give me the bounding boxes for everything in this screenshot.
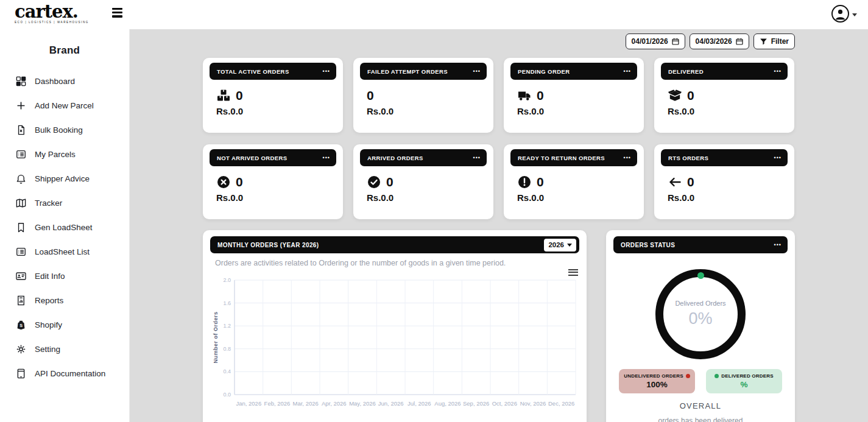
card-menu-icon[interactable]: ••• xyxy=(473,69,481,74)
sidebar-item-shopify[interactable]: SShopify xyxy=(0,312,129,337)
stat-card-header: TOTAL ACTIVE ORDERS••• xyxy=(210,63,336,80)
list-icon xyxy=(15,246,27,258)
green-dot-icon xyxy=(715,374,719,378)
stat-card-header: ARRIVED ORDERS••• xyxy=(360,149,487,166)
stat-card-header: RTS ORDERS••• xyxy=(661,149,788,166)
book-icon xyxy=(15,368,27,379)
sidebar-item-setting[interactable]: Setting xyxy=(0,337,129,361)
card-menu-icon[interactable]: ••• xyxy=(323,69,330,74)
date-to-input[interactable]: 04/03/2026 xyxy=(690,33,749,49)
calendar-icon xyxy=(672,38,679,45)
brand-title: Brand xyxy=(0,44,129,57)
sidebar-item-api-documentation[interactable]: API Documentation xyxy=(0,361,129,385)
year-select[interactable]: 2026 xyxy=(544,239,576,251)
user-menu[interactable] xyxy=(831,5,857,23)
main-content: 04/01/2026 04/03/2026 Filter TOTAL ACTIV… xyxy=(130,29,868,422)
stat-card-title: DELIVERED xyxy=(668,68,704,75)
cartex-logo[interactable]: cartex. ECO | LOGISTICS | WAREHOUSING xyxy=(15,2,89,24)
check-circle-icon xyxy=(367,175,381,189)
sidebar-item-label: Dashboard xyxy=(35,77,75,86)
undelivered-badge-value: 100% xyxy=(646,380,668,389)
sidebar-item-label: Edit Info xyxy=(35,272,65,281)
stat-amount-value: Rs.0.0 xyxy=(517,106,644,116)
svg-text:Apr, 2026: Apr, 2026 xyxy=(322,400,347,407)
sidebar-item-reports[interactable]: Reports xyxy=(0,288,129,312)
svg-text:Dec, 2026: Dec, 2026 xyxy=(548,400,574,407)
date-from-input[interactable]: 04/01/2026 xyxy=(626,33,685,49)
stat-cards-grid: TOTAL ACTIVE ORDERS•••0Rs.0.0FAILED ATTE… xyxy=(203,58,794,219)
stat-amount-value: Rs.0.0 xyxy=(668,192,794,203)
stat-card-title: TOTAL ACTIVE ORDERS xyxy=(217,68,289,75)
sidebar-item-loadsheet-list[interactable]: LoadSheet List xyxy=(0,239,129,264)
monthly-orders-header: MONTHLY ORDERS (YEAR 2026) 2026 xyxy=(210,236,579,253)
sidebar-item-label: Shopify xyxy=(35,320,62,329)
file-x-icon xyxy=(15,124,27,136)
monthly-orders-line-chart: 0.00.40.81.21.62.0Jan, 2026Feb, 2026Mar,… xyxy=(211,274,580,422)
overall-note: orders has been delivered xyxy=(606,417,795,422)
hamburger-menu-icon[interactable] xyxy=(112,8,122,19)
plus-icon xyxy=(15,100,27,111)
stacked-boxes-icon xyxy=(216,88,231,103)
stat-amount-value: Rs.0.0 xyxy=(367,192,493,203)
svg-text:Mar, 2026: Mar, 2026 xyxy=(293,400,319,407)
filter-button[interactable]: Filter xyxy=(753,33,795,49)
stat-card-arrived-orders: ARRIVED ORDERS•••0Rs.0.0 xyxy=(353,144,493,219)
stat-amount-value: Rs.0.0 xyxy=(668,106,794,116)
svg-text:May, 2026: May, 2026 xyxy=(349,400,376,407)
sidebar-item-dashboard[interactable]: Dashboard xyxy=(0,69,129,93)
svg-text:Feb, 2026: Feb, 2026 xyxy=(264,400,291,407)
bell-icon xyxy=(15,173,27,185)
logo-text: cartex. xyxy=(15,2,89,21)
svg-text:Number of Orders: Number of Orders xyxy=(213,311,219,363)
sidebar-menu: DashboardAdd New ParcelBulk BookingMy Pa… xyxy=(0,69,129,385)
sidebar-item-label: Add New Parcel xyxy=(35,101,94,110)
year-select-value: 2026 xyxy=(548,241,564,248)
map-icon xyxy=(15,197,27,209)
svg-text:Oct, 2026: Oct, 2026 xyxy=(492,400,517,407)
stat-card-title: READY TO RETURN ORDERS xyxy=(518,155,605,161)
card-menu-icon[interactable]: ••• xyxy=(774,155,782,161)
sidebar-item-label: LoadSheet List xyxy=(35,247,90,256)
card-menu-icon[interactable]: ••• xyxy=(624,69,631,74)
date-to-value: 04/03/2026 xyxy=(696,37,732,46)
delivered-orders-badge: DELIVERED ORDERS % xyxy=(706,369,782,393)
sidebar-item-my-parcels[interactable]: My Parcels xyxy=(0,142,129,166)
stat-count-row: 0 xyxy=(216,174,343,191)
sidebar-item-gen-loadsheet[interactable]: Gen LoadSheet xyxy=(0,215,129,239)
user-avatar-icon[interactable] xyxy=(831,5,849,23)
truck-icon xyxy=(517,88,532,103)
stat-count-row: 0 xyxy=(517,174,644,191)
stat-count-value: 0 xyxy=(537,88,544,103)
card-menu-icon[interactable]: ••• xyxy=(323,155,330,161)
sidebar-item-tracker[interactable]: Tracker xyxy=(0,191,129,215)
sidebar-item-label: Shipper Advice xyxy=(35,174,90,183)
open-box-icon xyxy=(668,88,682,103)
stat-count-row: 0 xyxy=(517,87,644,104)
user-menu-caret-icon xyxy=(852,13,857,16)
card-menu-icon[interactable]: ••• xyxy=(774,69,782,74)
bookmark-icon xyxy=(15,222,27,233)
delivered-badge-label: DELIVERED ORDERS xyxy=(721,373,773,379)
sidebar-item-label: Reports xyxy=(35,296,63,305)
card-menu-icon[interactable]: ••• xyxy=(473,155,481,161)
stat-count-row: 0 xyxy=(216,87,343,104)
card-menu-icon[interactable]: ••• xyxy=(774,242,782,248)
stat-count-value: 0 xyxy=(687,88,694,103)
orders-status-header: ORDERS STATUS ••• xyxy=(613,236,788,253)
stat-amount-value: Rs.0.0 xyxy=(216,192,343,203)
sidebar-item-label: Gen LoadSheet xyxy=(35,223,93,232)
arrow-left-icon xyxy=(668,175,682,189)
sidebar-item-edit-info[interactable]: Edit Info xyxy=(0,264,129,288)
calendar-icon xyxy=(736,38,743,45)
card-menu-icon[interactable]: ••• xyxy=(624,155,631,161)
svg-text:1.6: 1.6 xyxy=(223,300,231,306)
sidebar-item-bulk-booking[interactable]: Bulk Booking xyxy=(0,118,129,142)
app-root: cartex. ECO | LOGISTICS | WAREHOUSING Br… xyxy=(0,0,868,422)
stat-amount-value: Rs.0.0 xyxy=(216,106,343,116)
stat-card-ready-to-return-orders: READY TO RETURN ORDERS•••0Rs.0.0 xyxy=(504,144,644,219)
sidebar-item-shipper-advice[interactable]: Shipper Advice xyxy=(0,166,129,191)
chevron-down-icon xyxy=(567,244,572,247)
x-circle-icon xyxy=(216,175,231,189)
monthly-orders-card: MONTHLY ORDERS (YEAR 2026) 2026 Orders a… xyxy=(203,230,587,422)
sidebar-item-add-new-parcel[interactable]: Add New Parcel xyxy=(0,93,129,118)
